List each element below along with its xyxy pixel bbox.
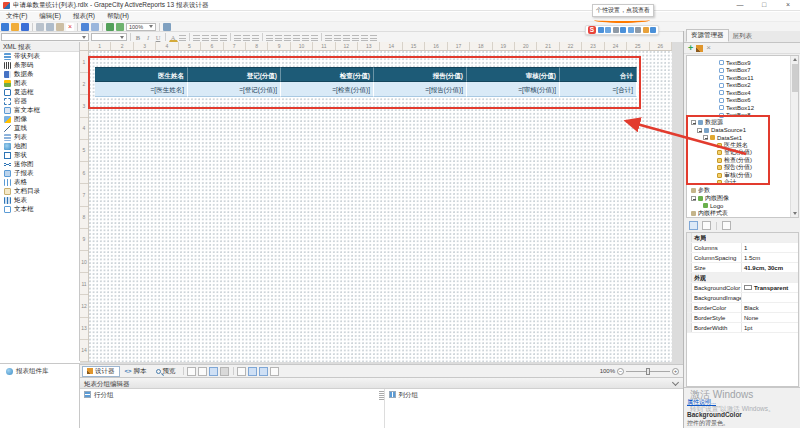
tablix-header-cell[interactable]: 审核(分值)	[467, 67, 560, 82]
tree-node-textbox[interactable]: TextBox7	[719, 67, 751, 74]
toolbox-item-databar[interactable]: 数据条	[0, 70, 79, 79]
collapse-box-icon[interactable]	[697, 128, 702, 133]
bold-button[interactable]: B	[134, 33, 143, 42]
align-center-icon[interactable]	[202, 34, 209, 41]
tablix-detail-cell[interactable]: =[检查(分值)]	[281, 82, 374, 97]
pan-icon[interactable]	[163, 23, 171, 31]
border-color-icon[interactable]	[275, 34, 282, 41]
tree-node-textbox[interactable]: TextBox12	[719, 104, 754, 111]
collapse-chevron-icon[interactable]	[672, 379, 679, 386]
collapse-box-icon[interactable]	[691, 120, 696, 125]
sogou-keyboard-icon[interactable]	[628, 27, 634, 33]
zoom-plus-button[interactable]: +	[672, 368, 679, 375]
undo-icon[interactable]	[81, 23, 89, 31]
group-editor-header[interactable]: 矩表分组编辑器	[80, 378, 683, 389]
italic-button[interactable]: I	[144, 33, 153, 42]
tablix-header-cell[interactable]: 报告(分值)	[374, 67, 467, 82]
tree-node-textbox[interactable]: TextBox8	[719, 112, 751, 119]
toolbox-item-subreport[interactable]: 子报表	[0, 169, 79, 178]
menu-edit[interactable]: 编辑(E)	[33, 12, 67, 21]
scrollbar-thumb[interactable]	[792, 64, 798, 92]
toolbox-item-map[interactable]: 地图	[0, 142, 79, 151]
toolbox-item-chart[interactable]: 图表	[0, 79, 79, 88]
align-bottom-icon[interactable]	[343, 34, 350, 41]
align-middle-icon[interactable]	[334, 34, 341, 41]
zoom-out-icon[interactable]	[106, 23, 114, 31]
property-category[interactable]: 外观	[687, 273, 798, 283]
underline-button[interactable]: U	[154, 33, 163, 42]
font-size-combobox[interactable]	[91, 33, 127, 41]
toolbox-item-toc[interactable]: 文档目录	[0, 187, 79, 196]
tablix-detail-cell[interactable]: =[审核(分值)]	[467, 82, 560, 97]
grid-toggle-button[interactable]	[209, 367, 218, 376]
toolbox-item-barcode[interactable]: 条形码	[0, 61, 79, 70]
tab-layer-list[interactable]: 层列表	[729, 31, 757, 42]
sogou-logo-icon[interactable]: S	[588, 26, 596, 34]
property-row[interactable]: BackgroundImage	[687, 293, 798, 303]
sogou-settings-icon[interactable]	[613, 27, 619, 33]
merge-cells-icon[interactable]	[293, 34, 300, 41]
menu-help[interactable]: 帮助(H)	[101, 12, 135, 21]
save-icon[interactable]	[21, 23, 29, 31]
tablix-header-cell[interactable]: 医生姓名	[95, 67, 188, 82]
close-button[interactable]: ×	[776, 0, 800, 11]
ruler-toggle-button[interactable]	[237, 367, 246, 376]
align-justify-icon[interactable]	[220, 34, 227, 41]
menu-file[interactable]: 文件(F)	[0, 12, 33, 21]
toolbox-item-textbox[interactable]: 文本框	[0, 205, 79, 214]
format-painter-icon[interactable]	[311, 34, 318, 41]
property-category[interactable]: 布局	[687, 233, 798, 243]
property-row[interactable]: BorderWidth1pt	[687, 323, 798, 333]
sogou-mode-icon[interactable]	[598, 27, 604, 33]
bullet-list-icon[interactable]	[234, 34, 241, 41]
fill-color-icon[interactable]	[284, 34, 291, 41]
collapse-box-icon[interactable]	[703, 135, 708, 140]
property-row[interactable]: ColumnSpacing1.5cm	[687, 253, 798, 263]
property-help-link[interactable]: 属性说明...	[687, 399, 716, 405]
menu-report[interactable]: 报表(R)	[67, 12, 101, 21]
align-left-icon[interactable]	[193, 34, 200, 41]
delete-x-icon[interactable]: ×	[706, 44, 711, 52]
tablix-header-cell[interactable]: 合计	[560, 67, 637, 82]
copy-icon[interactable]	[46, 23, 54, 31]
toolbox-item-checkbox[interactable]: 复选框	[0, 88, 79, 97]
tab-preview[interactable]: 预览	[152, 366, 180, 377]
indent-decrease-icon[interactable]	[243, 34, 250, 41]
zoom-slider-track[interactable]	[626, 371, 670, 372]
align-right-icon[interactable]	[211, 34, 218, 41]
tablix-detail-cell[interactable]: =[合计]	[560, 82, 637, 97]
toolbox-header[interactable]: XML 报表	[0, 42, 79, 52]
toolbox-item-list[interactable]: 列表	[0, 133, 79, 142]
open-icon[interactable]	[11, 23, 19, 31]
alphabetical-view-icon[interactable]	[702, 221, 711, 230]
tablix-detail-cell[interactable]: =[医生姓名]	[95, 82, 188, 97]
property-row[interactable]: BorderStyleNone	[687, 313, 798, 323]
new-report-icon[interactable]	[1, 23, 9, 31]
toolbox-item-container[interactable]: 容器	[0, 97, 79, 106]
column-groups-area[interactable]: 列分组	[384, 389, 684, 428]
align-top-icon[interactable]	[325, 34, 332, 41]
sogou-shape-icon[interactable]	[605, 27, 611, 33]
font-color-button[interactable]: A	[169, 33, 178, 42]
tree-node-textbox[interactable]: TextBox9	[719, 59, 751, 66]
tablix-header-cell[interactable]: 登记(分值)	[188, 67, 281, 82]
tree-node-textbox[interactable]: TextBox2	[719, 82, 751, 89]
page-footer-toggle-button[interactable]	[198, 367, 207, 376]
tab-report-explorer[interactable]: 资源管理器	[686, 29, 729, 42]
toolbox-item-sparkline[interactable]: 迷你图	[0, 160, 79, 169]
snap-grid-icon[interactable]	[361, 34, 368, 41]
cut-icon[interactable]	[36, 23, 44, 31]
row-groups-area[interactable]: 行分组	[80, 389, 379, 428]
edit-pencil-icon[interactable]	[696, 45, 703, 52]
toolbox-item-bandedlist[interactable]: 带状列表	[0, 52, 79, 61]
tree-node-textbox[interactable]: TextBox6	[719, 97, 751, 104]
zoom-minus-button[interactable]: −	[617, 368, 624, 375]
tree-node-datasource1[interactable]: DataSource1	[697, 127, 746, 134]
collapse-box-icon[interactable]	[691, 196, 696, 201]
toolbox-item-line[interactable]: 直线	[0, 124, 79, 133]
toolbox-item-table[interactable]: 表格	[0, 178, 79, 187]
sogou-tooltip[interactable]: 个性设置，点我查看	[592, 4, 654, 17]
redo-icon[interactable]	[91, 23, 99, 31]
zoom-tool-button[interactable]	[248, 367, 257, 376]
select-tool-button[interactable]	[259, 367, 268, 376]
